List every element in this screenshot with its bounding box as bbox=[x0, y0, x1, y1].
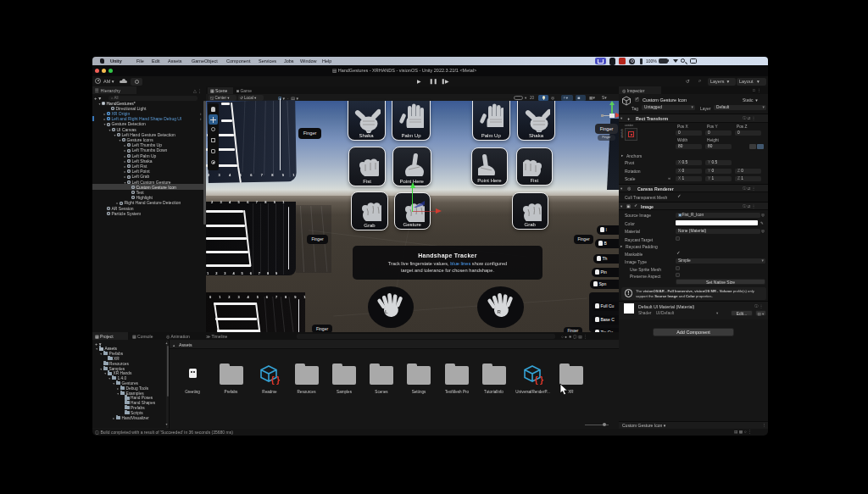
svg-text:{ }: { } bbox=[534, 375, 543, 385]
svg-text:{ }: { } bbox=[271, 375, 281, 385]
